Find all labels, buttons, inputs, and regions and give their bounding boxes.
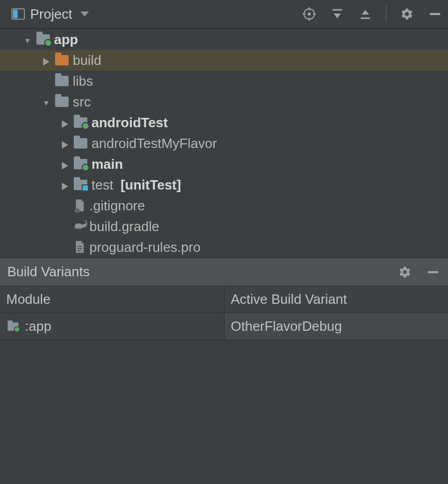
chevron-right-icon[interactable] <box>60 158 70 170</box>
chevron-right-icon[interactable] <box>60 179 70 191</box>
gear-icon[interactable] <box>397 264 413 280</box>
cell-module-label: :app <box>25 318 51 334</box>
tree-label: build <box>73 52 101 69</box>
tree-node-test[interactable]: test [unitTest] <box>0 174 448 195</box>
tree-node-main[interactable]: main <box>0 154 448 174</box>
svg-rect-1 <box>13 10 18 18</box>
cell-active-variant[interactable]: OtherFlavorDebug <box>225 313 448 340</box>
chevron-down-icon[interactable] <box>42 96 51 108</box>
tree-label: proguard-rules.pro <box>89 239 201 256</box>
tree-node-src[interactable]: src <box>0 91 448 112</box>
expand-all-icon[interactable] <box>330 6 345 22</box>
project-pane-icon <box>11 8 25 20</box>
col-header-variant[interactable]: Active Build Variant <box>225 286 448 313</box>
test-folder-icon <box>74 180 87 190</box>
module-folder-icon <box>8 322 19 331</box>
tree-label: .gitignore <box>89 198 145 214</box>
file-icon <box>74 240 85 254</box>
folder-icon <box>55 76 69 86</box>
file-icon <box>74 199 85 212</box>
svg-rect-18 <box>77 248 82 249</box>
tree-node-gitignore[interactable]: .gitignore <box>0 195 448 216</box>
locate-icon[interactable] <box>301 6 317 22</box>
tree-label: app <box>54 32 78 48</box>
svg-rect-17 <box>77 246 82 247</box>
module-folder-icon <box>36 34 50 45</box>
collapse-all-icon[interactable] <box>358 6 373 22</box>
chevron-right-icon[interactable] <box>60 117 70 129</box>
tree-label: src <box>73 94 91 110</box>
gradle-icon <box>74 220 85 233</box>
tree-label: build.gradle <box>89 219 159 235</box>
project-view-selector[interactable]: Project <box>11 6 89 22</box>
tree-node-build[interactable]: build <box>0 50 448 71</box>
build-variants-header: Build Variants <box>0 258 448 286</box>
tree-label: main <box>91 156 123 172</box>
build-variants-empty-area <box>0 340 448 484</box>
source-folder-icon <box>74 159 87 169</box>
svg-marker-10 <box>362 10 369 15</box>
chevron-right-icon[interactable] <box>42 55 51 66</box>
folder-icon <box>55 55 69 65</box>
svg-rect-19 <box>77 250 81 251</box>
cell-module[interactable]: :app <box>0 313 225 340</box>
svg-point-3 <box>308 12 311 16</box>
project-toolbar: Project <box>0 0 448 29</box>
chevron-down-icon <box>81 11 89 17</box>
tree-node-proguard[interactable]: proguard-rules.pro <box>0 237 448 258</box>
folder-icon <box>55 97 69 107</box>
chevron-right-icon[interactable] <box>60 138 70 150</box>
project-tree[interactable]: app build libs src androidTest androidTe… <box>0 29 448 258</box>
gear-icon[interactable] <box>399 6 415 22</box>
tree-node-libs[interactable]: libs <box>0 71 448 91</box>
tree-node-app[interactable]: app <box>0 29 448 50</box>
minimize-icon[interactable] <box>425 264 441 280</box>
tree-label: libs <box>73 73 93 89</box>
svg-marker-9 <box>334 14 341 18</box>
tree-label: test <box>91 177 113 193</box>
project-view-label: Project <box>30 6 72 22</box>
tree-node-androidtest[interactable]: androidTest <box>0 112 448 133</box>
tree-label-suffix: [unitTest] <box>121 177 181 193</box>
svg-rect-12 <box>430 13 440 15</box>
chevron-down-icon[interactable] <box>23 34 32 46</box>
tree-node-androidtestmyflavor[interactable]: androidTestMyFlavor <box>0 133 448 154</box>
cell-variant-label: OtherFlavorDebug <box>231 318 342 334</box>
source-folder-icon <box>74 117 87 128</box>
svg-point-16 <box>82 224 83 225</box>
build-variants-title: Build Variants <box>7 264 90 280</box>
col-header-module[interactable]: Module <box>0 286 225 313</box>
tree-label: androidTestMyFlavor <box>91 136 217 152</box>
tree-label: androidTest <box>91 115 168 131</box>
folder-icon <box>74 138 87 149</box>
minimize-icon[interactable] <box>427 6 443 22</box>
svg-rect-20 <box>428 271 438 273</box>
toolbar-divider <box>386 6 387 22</box>
tree-node-build-gradle[interactable]: build.gradle <box>0 216 448 237</box>
table-header-row: Module Active Build Variant <box>0 286 448 313</box>
build-variants-table: Module Active Build Variant :app OtherFl… <box>0 286 448 340</box>
table-row: :app OtherFlavorDebug <box>0 313 448 340</box>
